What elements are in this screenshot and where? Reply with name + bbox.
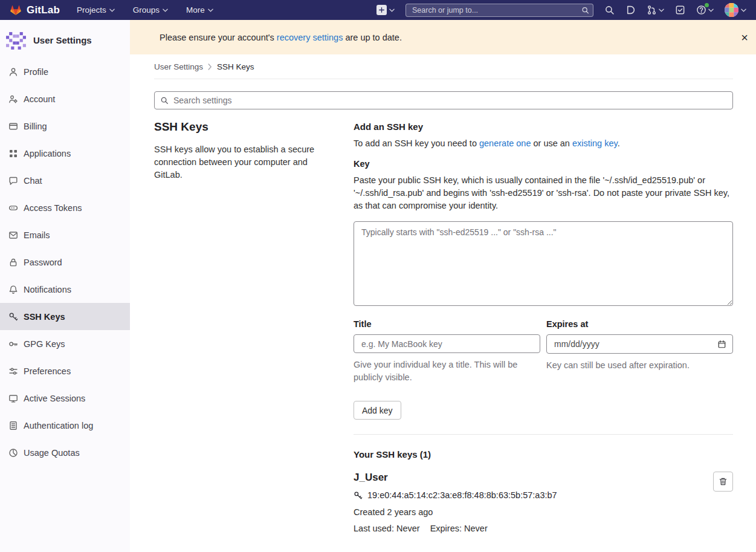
breadcrumb-current: SSH Keys	[217, 62, 254, 71]
sidebar-item-applications[interactable]: Applications	[0, 140, 130, 167]
sidebar-title: User Settings	[33, 35, 92, 45]
existing-key-link[interactable]: existing key	[572, 138, 618, 148]
search-icon	[160, 96, 169, 105]
global-search-input[interactable]	[405, 4, 593, 17]
generate-one-link[interactable]: generate one	[479, 138, 531, 148]
recovery-settings-link[interactable]: recovery settings	[277, 33, 343, 42]
plus-icon	[376, 5, 387, 15]
user-menu-button[interactable]	[725, 3, 746, 17]
preferences-icon	[8, 366, 18, 376]
account-icon	[8, 94, 18, 104]
ssh-key-textarea[interactable]	[354, 221, 733, 306]
sidebar-item-account[interactable]: Account	[0, 85, 130, 112]
key-label: Key	[354, 159, 733, 169]
sidebar-item-preferences[interactable]: Preferences	[0, 357, 130, 385]
sidebar-item-profile[interactable]: Profile	[0, 58, 130, 85]
key-name: J_User	[354, 472, 557, 484]
todo-check-icon	[675, 5, 685, 15]
expires-at-input[interactable]: mm/dd/yyyy	[546, 334, 733, 354]
issues-button[interactable]	[625, 5, 636, 15]
close-alert-button[interactable]: ×	[741, 31, 748, 44]
sidebar-item-ssh-keys[interactable]: SSH Keys	[0, 303, 130, 330]
gitlab-wordmark: GitLab	[27, 4, 60, 16]
settings-sidebar: User Settings Profile Account Billing Ap…	[0, 20, 130, 552]
access-tokens-icon	[8, 203, 18, 213]
chevron-down-icon	[389, 8, 395, 12]
chevron-down-icon	[659, 8, 664, 12]
top-navbar: GitLab Projects Groups More	[0, 0, 756, 20]
chevron-down-icon	[741, 8, 746, 12]
ssh-keys-icon	[8, 311, 18, 322]
calendar-icon	[717, 340, 726, 349]
sidebar-item-chat[interactable]: Chat	[0, 167, 130, 194]
expires-help-text: Key can still be used after expiration.	[546, 359, 733, 372]
ssh-key-item: J_User 19:e0:44:a5:14:c2:3a:e8:f8:48:8b:…	[354, 472, 733, 533]
todos-button[interactable]	[675, 5, 685, 15]
chevron-down-icon	[109, 8, 115, 12]
navbar-right	[376, 3, 746, 17]
section-description: SSH keys allow you to establish a secure…	[154, 143, 329, 181]
add-key-button[interactable]: Add key	[354, 401, 401, 420]
keys-list-heading: Your SSH keys (1)	[354, 449, 733, 459]
key-created: Created 2 years ago	[354, 507, 557, 517]
sidebar-item-usage-quotas[interactable]: Usage Quotas	[0, 439, 130, 466]
trash-icon	[719, 477, 728, 486]
nav-more-menu[interactable]: More	[186, 5, 213, 15]
section-intro: SSH Keys SSH keys allow you to establish…	[154, 119, 354, 533]
help-menu-button[interactable]	[696, 5, 714, 15]
key-help-text: Paste your public SSH key, which is usua…	[354, 174, 733, 212]
key-title-input[interactable]	[354, 334, 540, 353]
user-identicon	[6, 30, 26, 50]
gitlab-tanuki-icon	[10, 4, 22, 16]
merge-requests-button[interactable]	[647, 5, 664, 15]
nav-groups-label: Groups	[133, 5, 160, 15]
form-heading: Add an SSH key	[354, 122, 733, 132]
chevron-right-icon	[208, 63, 212, 70]
nav-groups-menu[interactable]: Groups	[133, 5, 168, 15]
search-icon	[604, 5, 615, 15]
sidebar-item-notifications[interactable]: Notifications	[0, 276, 130, 303]
key-expires: Expires: Never	[430, 524, 488, 533]
sidebar-header: User Settings	[0, 20, 130, 58]
sidebar-item-emails[interactable]: Emails	[0, 221, 130, 248]
sidebar-item-authentication-log[interactable]: Authentication log	[0, 412, 130, 439]
key-last-used: Last used: Never	[354, 524, 420, 533]
chevron-down-icon	[208, 8, 213, 12]
password-icon	[8, 257, 18, 267]
search-button[interactable]	[604, 5, 615, 15]
billing-icon	[8, 121, 18, 131]
main-content: User Settings SSH Keys SSH Keys SSH keys…	[130, 54, 756, 552]
active-sessions-icon	[8, 393, 18, 403]
authentication-log-icon	[8, 420, 18, 430]
chat-icon	[8, 175, 18, 186]
title-help-text: Give your individual key a title. This w…	[354, 359, 540, 384]
chevron-down-icon	[708, 8, 714, 12]
notification-dot	[705, 3, 709, 7]
nav-projects-menu[interactable]: Projects	[77, 5, 115, 15]
sidebar-item-active-sessions[interactable]: Active Sessions	[0, 385, 130, 412]
ssh-key-form-panel: Add an SSH key To add an SSH key you nee…	[354, 119, 733, 533]
recovery-settings-alert: Please ensure your account's recovery se…	[130, 20, 756, 54]
section-title: SSH Keys	[154, 120, 329, 134]
applications-icon	[8, 148, 18, 158]
form-intro: To add an SSH key you need to generate o…	[354, 138, 733, 148]
user-avatar	[725, 3, 738, 17]
emails-icon	[8, 230, 18, 240]
merge-request-icon	[647, 5, 657, 15]
nav-more-label: More	[186, 5, 205, 15]
key-info: J_User 19:e0:44:a5:14:c2:3a:e8:f8:48:8b:…	[354, 472, 557, 533]
title-label: Title	[354, 319, 540, 329]
sidebar-item-password[interactable]: Password	[0, 248, 130, 276]
profile-icon	[8, 67, 18, 77]
breadcrumb-user-settings[interactable]: User Settings	[154, 62, 203, 71]
sidebar-item-gpg-keys[interactable]: GPG Keys	[0, 330, 130, 357]
new-menu-button[interactable]	[376, 5, 395, 15]
global-search-box	[405, 4, 593, 17]
sidebar-item-billing[interactable]: Billing	[0, 112, 130, 140]
gitlab-home-link[interactable]: GitLab	[10, 4, 60, 16]
sidebar-item-access-tokens[interactable]: Access Tokens	[0, 194, 130, 221]
key-fingerprint: 19:e0:44:a5:14:c2:3a:e8:f8:48:8b:63:5b:5…	[367, 490, 557, 500]
notifications-icon	[8, 284, 18, 294]
delete-key-button[interactable]	[713, 472, 733, 492]
settings-search-input[interactable]	[154, 91, 733, 109]
